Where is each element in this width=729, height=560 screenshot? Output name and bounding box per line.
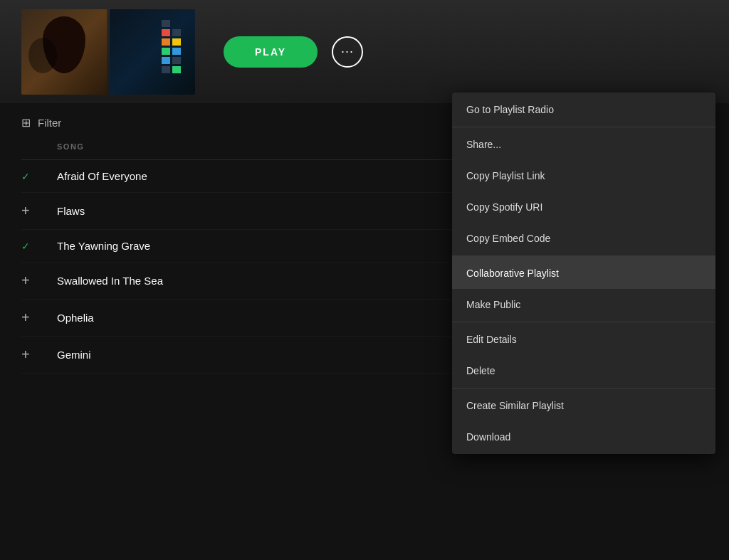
song-indicator-3: + <box>21 273 57 289</box>
menu-item-make-public[interactable]: Make Public <box>452 289 715 322</box>
menu-item-copy-embed-code[interactable]: Copy Embed Code <box>452 223 715 255</box>
album-art-2 <box>110 9 195 95</box>
main-area: PLAY ··· ⊞ Filter SONG ✓ Afraid Of Every… <box>0 0 729 560</box>
menu-section-manage: Edit Details Delete <box>452 322 715 389</box>
menu-item-collaborative-playlist[interactable]: Collaborative Playlist <box>452 256 715 289</box>
menu-section-collaborate: Collaborative Playlist Make Public <box>452 256 715 322</box>
menu-item-copy-spotify-uri[interactable]: Copy Spotify URI <box>452 191 715 223</box>
song-indicator-4: + <box>21 310 57 326</box>
album-art-1 <box>21 9 107 95</box>
menu-item-edit-details[interactable]: Edit Details <box>452 322 715 355</box>
menu-item-playlist-radio[interactable]: Go to Playlist Radio <box>452 93 715 127</box>
song-title-1: Flaws <box>57 205 85 217</box>
menu-section-similar: Create Similar Playlist Download <box>452 389 715 454</box>
menu-item-download[interactable]: Download <box>452 421 715 454</box>
song-title-4: Ophelia <box>57 312 94 324</box>
more-options-button[interactable]: ··· <box>332 36 363 68</box>
menu-item-delete[interactable]: Delete <box>452 355 715 388</box>
filter-label: Filter <box>38 117 61 129</box>
song-title-0: Afraid Of Everyone <box>57 170 147 182</box>
color-blocks <box>162 20 181 73</box>
song-title-3: Swallowed In The Sea <box>57 275 163 287</box>
song-indicator-1: + <box>21 203 57 219</box>
context-menu: Go to Playlist Radio Share... Copy Playl… <box>452 93 715 454</box>
song-indicator-2: ✓ <box>21 241 57 252</box>
play-controls: PLAY ··· <box>224 36 363 68</box>
menu-item-create-similar[interactable]: Create Similar Playlist <box>452 389 715 421</box>
menu-item-share[interactable]: Share... <box>452 127 715 160</box>
menu-section-share: Share... Copy Playlist Link Copy Spotify… <box>452 127 715 256</box>
play-button[interactable]: PLAY <box>224 36 318 68</box>
header-area: PLAY ··· <box>0 0 729 103</box>
song-indicator-5: + <box>21 347 57 363</box>
album-art-container <box>21 9 195 95</box>
menu-item-copy-playlist-link[interactable]: Copy Playlist Link <box>452 160 715 191</box>
song-title-5: Gemini <box>57 349 91 361</box>
song-indicator-0: ✓ <box>21 171 57 182</box>
song-title-2: The Yawning Grave <box>57 240 150 252</box>
menu-section-radio: Go to Playlist Radio <box>452 93 715 127</box>
filter-icon: ⊞ <box>21 116 31 130</box>
